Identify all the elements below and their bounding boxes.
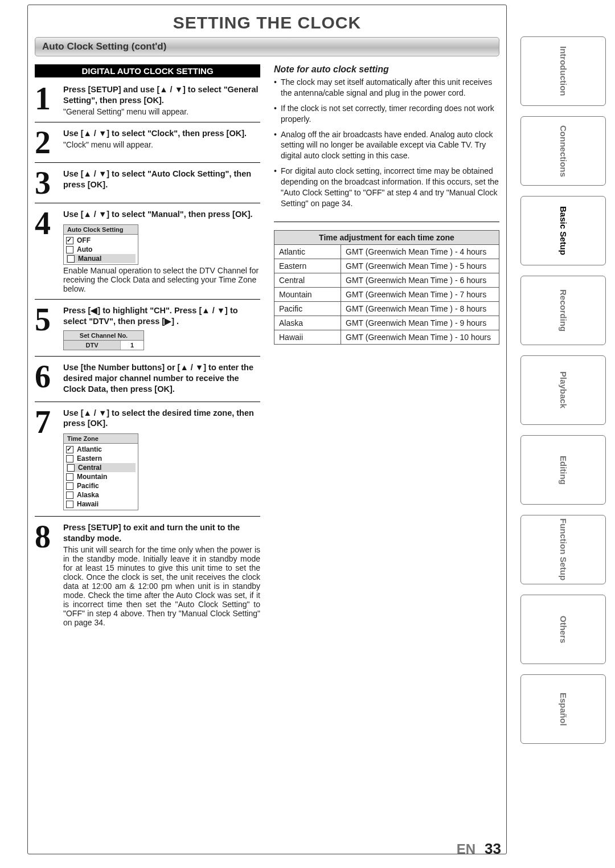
osd-menu-item: OFF <box>66 236 136 245</box>
table-row: CentralGMT (Greenwich Mean Time ) - 6 ho… <box>274 273 499 287</box>
checkbox-icon <box>67 255 75 263</box>
step-8: 8Press [SETUP] to exit and turn the unit… <box>35 519 260 633</box>
step-body: Use [▲ / ▼] to select "Clock", then pres… <box>63 128 260 157</box>
step-instruction: Use [▲ / ▼] to select the desired time z… <box>63 408 260 429</box>
osd-menu-item-label: Manual <box>78 255 101 263</box>
tz-name: Pacific <box>274 301 341 316</box>
table-row: EasternGMT (Greenwich Mean Time ) - 5 ho… <box>274 259 499 273</box>
step-subtext: Enable Manual operation to select the DT… <box>63 266 260 293</box>
step-5: 5Press [◀] to highlight "CH". Press [▲ /… <box>35 302 260 357</box>
osd-menu-item-label: Pacific <box>77 482 99 490</box>
step-body: Use [▲ / ▼] to select the desired time z… <box>63 408 260 511</box>
osd-menu-item-label: Atlantic <box>77 445 102 453</box>
osd-menu-item: Eastern <box>66 454 136 463</box>
step-instruction: Use [▲ / ▼] to select "Auto Clock Settin… <box>63 169 260 190</box>
timezone-table: Time adjustment for each time zone Atlan… <box>274 230 499 345</box>
set-channel-type: DTV <box>64 341 121 350</box>
osd-menu-item: Alaska <box>66 490 136 499</box>
step-subtext: This unit will search for the time only … <box>63 545 260 627</box>
tz-offset: GMT (Greenwich Mean Time ) - 5 hours <box>341 259 499 273</box>
osd-menu-item-label: Hawaii <box>77 500 99 508</box>
step-subtext: "General Setting" menu will appear. <box>63 107 260 116</box>
step-number: 2 <box>35 128 59 157</box>
step-instruction: Use [▲ / ▼] to select "Manual", then pre… <box>63 209 260 220</box>
checkbox-icon <box>66 482 73 490</box>
side-tab[interactable]: Connections <box>520 116 606 186</box>
osd-menu-title: Time Zone <box>64 434 138 444</box>
osd-menu-item: Auto <box>66 245 136 254</box>
step-instruction: Use [▲ / ▼] to select "Clock", then pres… <box>63 128 260 139</box>
tz-name: Eastern <box>274 259 341 273</box>
step-2: 2Use [▲ / ▼] to select "Clock", then pre… <box>35 125 260 163</box>
note-item: For digital auto clock setting, incorrec… <box>274 166 499 209</box>
checkbox-icon <box>66 501 73 508</box>
step-number: 3 <box>35 169 59 197</box>
step-body: Press [SETUP] and use [▲ / ▼] to select … <box>63 84 260 116</box>
timezone-table-head: Time adjustment for each time zone <box>274 230 499 244</box>
step-6: 6Use [the Number buttons] or [▲ / ▼] to … <box>35 359 260 402</box>
right-column: Note for auto clock setting The clock ma… <box>274 64 499 635</box>
checkbox-icon <box>66 492 73 499</box>
note-item: Analog off the air broadcasts have ended… <box>274 129 499 162</box>
note-heading: Note for auto clock setting <box>274 64 499 75</box>
tz-offset: GMT (Greenwich Mean Time ) - 6 hours <box>341 273 499 287</box>
checkbox-icon <box>66 237 73 244</box>
osd-menu-item: Hawaii <box>66 499 136 509</box>
checkbox-icon <box>66 446 73 453</box>
side-tab[interactable]: Español <box>520 674 606 744</box>
side-tab[interactable]: Function Setup <box>520 515 606 584</box>
table-row: HawaiiGMT (Greenwich Mean Time ) - 10 ho… <box>274 330 499 344</box>
note-list: The clock may set itself automatically a… <box>274 77 499 222</box>
tz-name: Atlantic <box>274 244 341 259</box>
checkbox-icon <box>67 464 75 472</box>
step-instruction: Press [SETUP] and use [▲ / ▼] to select … <box>63 84 260 106</box>
checkbox-icon <box>66 473 73 481</box>
step-number: 6 <box>35 362 59 396</box>
left-column: DIGITAL AUTO CLOCK SETTING 1Press [SETUP… <box>35 64 260 635</box>
side-tab[interactable]: Others <box>520 595 606 664</box>
tz-offset: GMT (Greenwich Mean Time ) - 10 hours <box>341 330 499 344</box>
side-tab[interactable]: Playback <box>520 355 606 425</box>
set-channel-title: Set Channel No. <box>64 331 144 341</box>
note-item: The clock may set itself automatically a… <box>274 77 499 99</box>
step-body: Use [▲ / ▼] to select "Manual", then pre… <box>63 209 260 293</box>
side-tab[interactable]: Recording <box>520 276 606 345</box>
side-tab[interactable]: Basic Setup <box>520 196 606 265</box>
page-title: SETTING THE CLOCK <box>35 13 499 32</box>
tz-offset: GMT (Greenwich Mean Time ) - 7 hours <box>341 287 499 301</box>
checkbox-icon <box>66 455 73 462</box>
footer-lang: EN <box>457 841 475 857</box>
osd-menu-item-label: Auto <box>77 245 92 253</box>
set-channel-row: DTV1 <box>64 341 144 350</box>
osd-menu-item-label: Alaska <box>77 491 99 499</box>
step-number: 8 <box>35 522 59 627</box>
tz-name: Alaska <box>274 316 341 330</box>
side-tab[interactable]: Editing <box>520 435 606 505</box>
step-number: 1 <box>35 84 59 116</box>
step-1: 1Press [SETUP] and use [▲ / ▼] to select… <box>35 81 260 122</box>
tz-name: Central <box>274 273 341 287</box>
osd-menu-item-label: OFF <box>77 236 91 244</box>
osd-menu-item-label: Mountain <box>77 473 107 481</box>
step-4: 4Use [▲ / ▼] to select "Manual", then pr… <box>35 206 260 300</box>
step-number: 7 <box>35 408 59 511</box>
osd-menu-item: Pacific <box>66 481 136 490</box>
osd-menu-item: Central <box>66 463 136 472</box>
step-subtext: "Clock" menu will appear. <box>63 140 260 149</box>
note-item: If the clock is not set correctly, timer… <box>274 103 499 125</box>
step-number: 5 <box>35 305 59 350</box>
table-row: MountainGMT (Greenwich Mean Time ) - 7 h… <box>274 287 499 301</box>
osd-menu-item-label: Central <box>78 464 101 472</box>
table-row: AlaskaGMT (Greenwich Mean Time ) - 9 hou… <box>274 316 499 330</box>
side-tab[interactable]: Introduction <box>520 36 606 106</box>
footer-page: 33 <box>485 840 501 858</box>
checkbox-icon <box>66 246 73 253</box>
osd-menu-item: Atlantic <box>66 445 136 454</box>
subsection-head: DIGITAL AUTO CLOCK SETTING <box>35 64 260 77</box>
page-frame: SETTING THE CLOCK Auto Clock Setting (co… <box>27 5 507 854</box>
step-body: Use [▲ / ▼] to select "Auto Clock Settin… <box>63 169 260 197</box>
set-channel-box: Set Channel No.DTV1 <box>63 330 144 350</box>
osd-menu: Time ZoneAtlanticEasternCentralMountainP… <box>63 433 138 510</box>
step-body: Press [SETUP] to exit and turn the unit … <box>63 522 260 627</box>
osd-menu-item: Mountain <box>66 472 136 481</box>
